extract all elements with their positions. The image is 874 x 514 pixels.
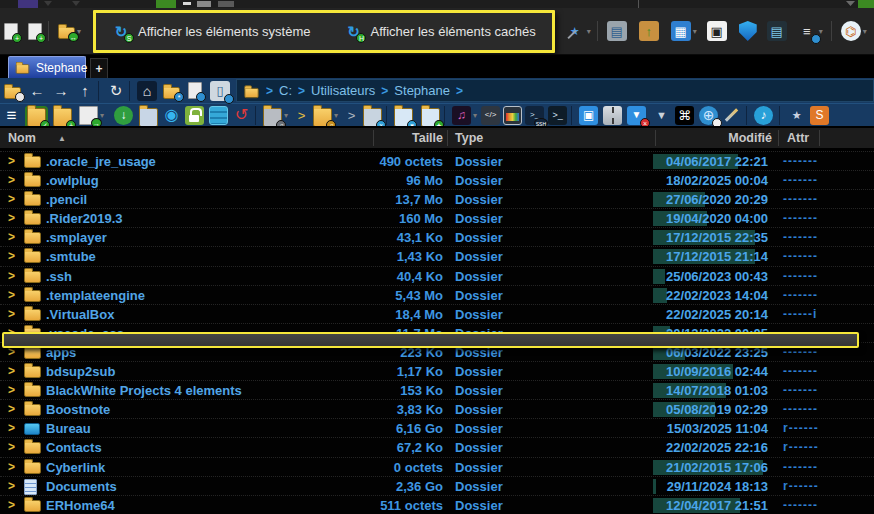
music-app-icon-caret[interactable]: ▾ xyxy=(473,111,477,120)
tab-stephane[interactable]: Stephane xyxy=(8,56,86,78)
breadcrumb-segment[interactable]: Stephane xyxy=(394,83,450,98)
file-row[interactable]: >bdsup2sub1,17 KoDossier10/09/2016 02:44… xyxy=(0,361,874,380)
file-row[interactable]: >.smplayer43,1 KoDossier17/12/2015 22:35… xyxy=(0,227,874,246)
column-header-name[interactable]: Nom xyxy=(8,128,36,149)
expand-chevron-icon[interactable]: > xyxy=(8,247,15,266)
sparkle-tool-icon[interactable]: ★ xyxy=(787,106,806,125)
flask-dna-icon-caret[interactable]: ▾ xyxy=(863,27,867,36)
printer-icon[interactable]: ▣ xyxy=(707,21,727,41)
download-arrow-icon[interactable]: ↓ xyxy=(114,106,133,125)
home-button[interactable]: ⌂ xyxy=(137,81,157,101)
expand-chevron-icon[interactable]: > xyxy=(8,362,15,381)
lock-icon[interactable] xyxy=(185,106,204,125)
breadcrumb-segment[interactable]: Utilisateurs xyxy=(311,83,375,98)
back-button[interactable]: ← xyxy=(27,81,47,101)
folder-music-icon-caret[interactable]: ▾ xyxy=(334,111,338,120)
run-arrow-gray-icon[interactable]: > xyxy=(342,106,361,125)
workspace-icon[interactable]: ▣ xyxy=(579,106,598,125)
column-header-size[interactable]: Taille xyxy=(280,128,443,149)
expand-chevron-icon[interactable]: > xyxy=(8,381,15,400)
expand-chevron-icon[interactable]: > xyxy=(8,286,15,305)
expand-chevron-icon[interactable]: > xyxy=(8,419,15,438)
show-system-items-label: Afficher les éléments système xyxy=(138,24,310,39)
checklist-shield-icon-caret[interactable]: ▾ xyxy=(819,27,823,36)
expand-chevron-icon[interactable]: > xyxy=(8,228,15,247)
column-divider[interactable] xyxy=(373,130,374,146)
file-row[interactable]: >.oracle_jre_usage490 octetsDossier04/06… xyxy=(0,151,874,170)
magic-wand-icon[interactable]: ★ xyxy=(565,21,585,41)
breadcrumb-folder-icon[interactable] xyxy=(244,87,258,97)
column-divider[interactable] xyxy=(447,130,448,146)
folder-move-icon[interactable] xyxy=(139,108,158,127)
code-editor-icon[interactable]: </> xyxy=(481,106,500,125)
server-icon[interactable] xyxy=(209,106,228,125)
expand-chevron-icon[interactable]: > xyxy=(8,458,15,477)
copy-pages-icon[interactable]: ▤ xyxy=(607,21,627,41)
music-app-icon[interactable]: ♫ xyxy=(452,106,471,125)
defender-shield-icon-wrap xyxy=(739,21,757,41)
up-button[interactable]: ↑ xyxy=(75,81,95,101)
copy-to-icon-caret[interactable]: ▾ xyxy=(100,111,104,120)
forward-button[interactable]: → xyxy=(51,81,71,101)
breadcrumb-segment[interactable]: C: xyxy=(279,83,292,98)
refresh-button[interactable]: ↻ xyxy=(106,81,126,101)
itunes-icon[interactable]: ♪ xyxy=(754,106,773,125)
tv-rainbow-icon[interactable] xyxy=(503,106,522,125)
terminal-window-icon[interactable]: ▤ xyxy=(767,21,787,41)
target-icon[interactable]: ◉ xyxy=(162,106,181,125)
column-header-type[interactable]: Type xyxy=(455,128,483,149)
expand-chevron-icon[interactable]: > xyxy=(8,477,15,496)
expand-chevron-icon[interactable]: > xyxy=(8,171,15,190)
extract-box-icon[interactable]: ↑ xyxy=(639,21,659,41)
column-divider[interactable] xyxy=(778,130,779,146)
undo-red-icon[interactable]: ↺ xyxy=(232,106,251,125)
menu-icon-wrap: ≡ xyxy=(2,106,21,125)
expand-chevron-icon[interactable]: > xyxy=(8,209,15,228)
file-row[interactable]: >.smtube1,43 KoDossier17/12/2015 21:14--… xyxy=(0,246,874,265)
file-row[interactable]: >BlackWhite Projects 4 elements153 KoDos… xyxy=(0,380,874,399)
file-row[interactable]: >.Rider2019.3160 MoDossier19/04/2020 04:… xyxy=(0,208,874,227)
file-row[interactable]: >ERHome64511 octetsDossier12/04/2017 21:… xyxy=(0,495,874,514)
filter-remove-icon-badge: × xyxy=(640,118,650,128)
expand-chevron-icon[interactable]: > xyxy=(8,152,15,171)
file-row[interactable]: >Cyberlink0 octetsDossier21/02/2015 17:0… xyxy=(0,457,874,476)
zipper-icon[interactable] xyxy=(603,106,622,125)
column-divider[interactable] xyxy=(655,130,656,146)
file-row[interactable]: >Bureau6,16 GoDossier15/03/2025 11:04r--… xyxy=(0,418,874,437)
file-row[interactable]: >.VirtualBox18,4 MoDossier22/02/2025 20:… xyxy=(0,304,874,323)
orange-s-icon[interactable]: S xyxy=(810,106,829,125)
file-row[interactable]: >.pencil13,7 MoDossier27/06/2020 20:29--… xyxy=(0,189,874,208)
show-system-items-button[interactable]: ↻ S Afficher les éléments système xyxy=(112,22,310,40)
expand-chevron-icon[interactable]: > xyxy=(8,267,15,286)
column-header-modified[interactable]: Modifié xyxy=(653,128,772,149)
run-arrow-yellow-icon[interactable]: > xyxy=(292,106,311,125)
defender-shield-icon[interactable] xyxy=(739,21,757,41)
file-row[interactable]: >Documents2,36 GoDossier29/11/2024 18:13… xyxy=(0,476,874,495)
edit-document-icon[interactable] xyxy=(722,106,741,125)
slideshow-icon-caret[interactable]: ▾ xyxy=(693,27,697,36)
folder-confirm-icon-wrap: ✓ xyxy=(27,104,46,127)
file-row[interactable]: >Contacts67,2 KoDossier22/02/2025 22:16r… xyxy=(0,437,874,456)
folder-icon xyxy=(24,404,41,416)
apple-icon[interactable]: ⌘ xyxy=(675,106,694,125)
magic-wand-icon-caret[interactable]: ▾ xyxy=(587,27,591,36)
menu-icon[interactable]: ≡ xyxy=(2,106,21,125)
show-hidden-items-button[interactable]: ↻ H Afficher les éléments cachés xyxy=(344,22,535,40)
file-row[interactable]: >Boostnote3,83 KoDossier05/08/2019 02:29… xyxy=(0,399,874,418)
expand-chevron-icon[interactable]: > xyxy=(8,400,15,419)
expand-chevron-icon[interactable]: > xyxy=(8,305,15,324)
expand-chevron-icon[interactable]: > xyxy=(8,496,15,514)
slideshow-icon[interactable]: ▦ xyxy=(671,21,691,41)
expand-chevron-icon[interactable]: > xyxy=(8,438,15,457)
filter-trash-icon[interactable]: ▼ xyxy=(652,106,671,125)
expand-chevron-icon[interactable]: > xyxy=(8,190,15,209)
column-header-attr[interactable]: Attr xyxy=(787,128,809,149)
file-row[interactable]: >.owlplug96 MoDossier18/02/2025 00:04---… xyxy=(0,170,874,189)
terminal-icon[interactable]: >_ xyxy=(548,106,567,125)
column-divider[interactable] xyxy=(819,130,820,146)
file-row[interactable]: >.ssh40,4 KoDossier25/06/2023 00:43-----… xyxy=(0,266,874,285)
flask-dna-icon[interactable]: ⌬ xyxy=(841,21,861,41)
file-row[interactable]: >.templateengine5,43 MoDossier22/02/2023… xyxy=(0,285,874,304)
folder-music-gray-icon-caret[interactable]: ▾ xyxy=(284,111,288,120)
new-tab-button[interactable]: + xyxy=(90,58,108,78)
